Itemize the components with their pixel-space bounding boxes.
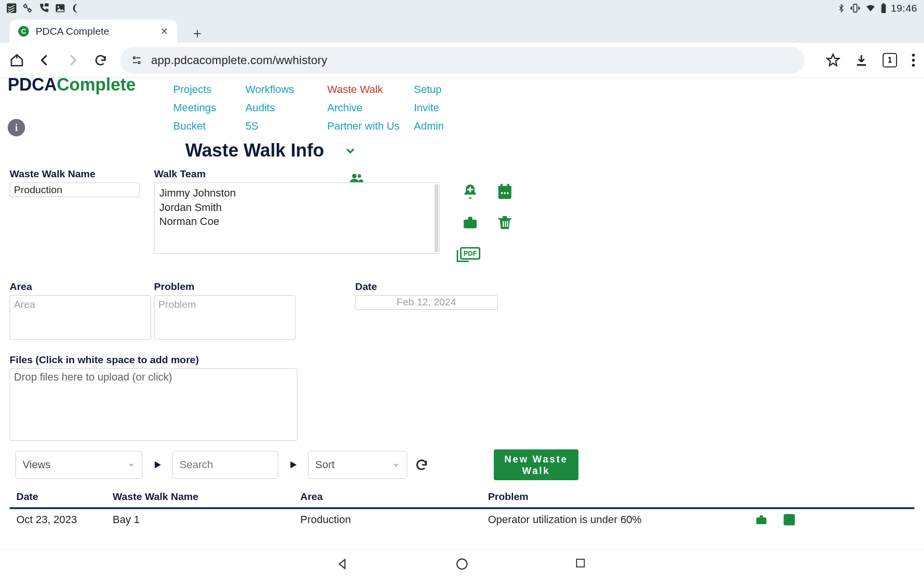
svg-rect-16 bbox=[499, 186, 512, 190]
tab-title: PDCA Complete bbox=[36, 26, 154, 37]
address-bar[interactable]: app.pdcacomplete.com/wwhistory bbox=[120, 47, 805, 74]
android-recents-icon[interactable] bbox=[575, 557, 588, 571]
col-date[interactable]: Date bbox=[16, 491, 113, 502]
svg-rect-1 bbox=[45, 3, 49, 6]
android-status-bar: 19:46 bbox=[0, 0, 924, 16]
wastewalk-name-input[interactable] bbox=[10, 183, 140, 197]
home-icon[interactable] bbox=[9, 52, 25, 68]
browser-tab[interactable]: C PDCA Complete ✕ bbox=[10, 20, 177, 43]
svg-rect-25 bbox=[507, 221, 508, 227]
search-input[interactable] bbox=[172, 451, 278, 479]
star-icon[interactable] bbox=[826, 53, 840, 67]
nav-bucket[interactable]: Bucket bbox=[173, 120, 245, 132]
col-name[interactable]: Waste Walk Name bbox=[113, 491, 300, 502]
android-nav-bar bbox=[0, 549, 924, 578]
cell-name: Bay 1 bbox=[113, 513, 300, 526]
kebab-menu-icon[interactable] bbox=[911, 53, 915, 67]
col-area[interactable]: Area bbox=[300, 491, 488, 502]
cell-date: Oct 23, 2023 bbox=[16, 513, 113, 526]
nav-wastewalk[interactable]: Waste Walk bbox=[327, 83, 414, 96]
battery-icon bbox=[880, 3, 887, 13]
bluetooth-icon bbox=[837, 3, 846, 13]
svg-rect-9 bbox=[857, 64, 866, 66]
android-home-icon[interactable] bbox=[455, 557, 469, 571]
label-files: Files (Click in white space to add more) bbox=[10, 354, 914, 366]
svg-point-20 bbox=[504, 192, 506, 194]
svg-point-13 bbox=[352, 174, 357, 178]
android-back-icon[interactable] bbox=[336, 557, 349, 571]
moon-icon bbox=[71, 3, 82, 13]
new-tab-button[interactable]: ＋ bbox=[188, 24, 207, 43]
clock-time: 19:46 bbox=[891, 2, 917, 14]
nav-audits[interactable]: Audits bbox=[245, 102, 327, 114]
table-row[interactable]: Oct 23, 2023 Bay 1 Production Operator u… bbox=[10, 509, 914, 530]
nav-workflows[interactable]: Workflows bbox=[245, 83, 327, 96]
col-problem[interactable]: Problem bbox=[488, 491, 748, 502]
reload-icon[interactable] bbox=[92, 52, 109, 68]
date-input[interactable]: Feb 12, 2024 bbox=[355, 295, 498, 310]
walk-team-list[interactable]: Jimmy Johnston Jordan Smith Norman Coe bbox=[154, 183, 440, 254]
chevron-down-icon[interactable] bbox=[344, 144, 357, 158]
phone-icon bbox=[38, 3, 49, 13]
wastewalk-table: Date Waste Walk Name Area Problem Oct 23… bbox=[10, 489, 914, 530]
add-alert-icon[interactable] bbox=[457, 179, 483, 205]
section-title: Waste Walk Info bbox=[185, 140, 324, 161]
svg-point-19 bbox=[501, 192, 503, 194]
svg-point-11 bbox=[912, 58, 915, 61]
svg-rect-18 bbox=[507, 184, 510, 188]
svg-rect-17 bbox=[500, 184, 503, 188]
label-date: Date bbox=[355, 281, 500, 292]
nav-projects[interactable]: Projects bbox=[173, 83, 245, 96]
site-settings-icon[interactable] bbox=[131, 54, 142, 66]
briefcase-icon[interactable] bbox=[755, 513, 768, 526]
trash-icon[interactable] bbox=[492, 210, 518, 236]
area-input[interactable]: Area bbox=[10, 295, 151, 340]
svg-point-8 bbox=[138, 62, 140, 64]
nav-archive[interactable]: Archive bbox=[327, 102, 414, 114]
info-icon[interactable]: i bbox=[8, 119, 25, 136]
calendar-icon[interactable] bbox=[492, 179, 518, 205]
nav-invite[interactable]: Invite bbox=[414, 102, 472, 114]
svg-rect-6 bbox=[883, 3, 885, 4]
label-problem: Problem bbox=[154, 281, 298, 292]
svg-rect-22 bbox=[464, 220, 477, 228]
team-member: Norman Coe bbox=[159, 214, 435, 229]
new-wastewalk-button[interactable]: New Waste Walk bbox=[494, 449, 578, 480]
refresh-icon[interactable] bbox=[415, 458, 428, 472]
nav-setup[interactable]: Setup bbox=[414, 83, 472, 96]
route-icon bbox=[22, 3, 33, 13]
wifi-icon bbox=[865, 3, 876, 13]
back-icon[interactable] bbox=[37, 52, 53, 68]
chevron-down-icon bbox=[392, 461, 400, 469]
svg-point-14 bbox=[358, 174, 361, 178]
nav-admin[interactable]: Admin bbox=[414, 120, 472, 132]
views-select[interactable]: Views bbox=[15, 451, 142, 479]
label-name: Waste Walk Name bbox=[10, 168, 154, 180]
svg-rect-26 bbox=[757, 517, 767, 524]
team-member: Jordan Smith bbox=[159, 200, 435, 215]
problem-input[interactable]: Problem bbox=[154, 295, 295, 340]
sort-select[interactable]: Sort bbox=[308, 451, 407, 479]
briefcase-icon[interactable] bbox=[457, 210, 483, 236]
browser-tab-strip: C PDCA Complete ✕ ＋ bbox=[0, 16, 924, 43]
nav-partner[interactable]: Partner with Us bbox=[327, 120, 414, 132]
nav-meetings[interactable]: Meetings bbox=[173, 102, 245, 114]
close-tab-icon[interactable]: ✕ bbox=[160, 26, 168, 37]
play-icon[interactable] bbox=[150, 458, 165, 472]
cell-area: Production bbox=[300, 513, 488, 526]
cell-problem: Operator utilization is under 60% bbox=[488, 513, 748, 526]
download-icon[interactable] bbox=[855, 53, 868, 67]
tab-count-button[interactable]: 1 bbox=[883, 53, 897, 67]
label-team: Walk Team bbox=[154, 168, 205, 180]
play-icon[interactable] bbox=[286, 458, 300, 472]
people-icon[interactable] bbox=[350, 173, 363, 183]
url-text: app.pdcacomplete.com/wwhistory bbox=[151, 53, 327, 67]
label-area: Area bbox=[10, 281, 154, 292]
nav-5s[interactable]: 5S bbox=[245, 120, 327, 132]
svg-point-21 bbox=[507, 192, 509, 194]
todoist-icon bbox=[7, 3, 16, 13]
files-dropzone[interactable]: Drop files here to upload (or click) bbox=[10, 368, 297, 441]
vibrate-icon bbox=[849, 3, 861, 13]
edit-icon[interactable] bbox=[783, 513, 796, 526]
pdf-icon[interactable]: PDF bbox=[457, 240, 483, 266]
